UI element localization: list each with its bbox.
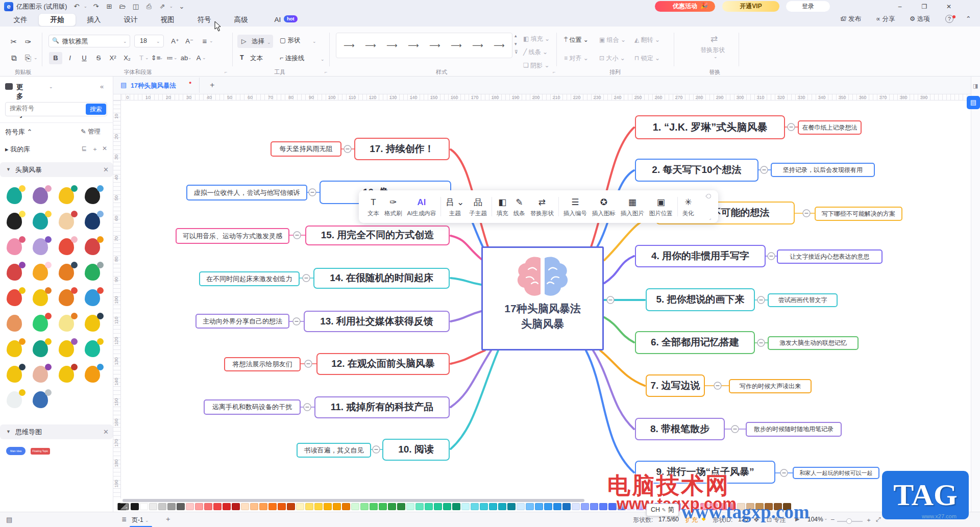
- palette-swatch[interactable]: [590, 503, 598, 510]
- palette-swatch[interactable]: [553, 503, 561, 510]
- symbol-thumbnail[interactable]: [57, 363, 78, 385]
- zoom-dropdown-icon[interactable]: ⌄: [824, 516, 828, 521]
- mindmap-subtopic[interactable]: 散步的时候随时随地用笔记录: [746, 422, 842, 437]
- palette-swatch[interactable]: [517, 503, 525, 510]
- strikethrough-button[interactable]: S: [92, 52, 105, 64]
- collapse-ribbon-button[interactable]: ⌃: [966, 15, 971, 22]
- increase-font-button[interactable]: A⁺: [168, 35, 182, 47]
- list-dropdown-icon[interactable]: ⌄: [174, 55, 178, 60]
- zoom-in-button[interactable]: ＋: [866, 516, 872, 524]
- mindmap-topic[interactable]: 15. 用完全不同的方式创造: [305, 225, 450, 245]
- vip-button[interactable]: 开通VIP: [722, 1, 779, 12]
- palette-swatch[interactable]: [305, 503, 313, 510]
- symbol-thumbnail[interactable]: [57, 338, 78, 359]
- quickaccess-redo-button[interactable]: ↷: [90, 2, 102, 12]
- symbol-thumbnail[interactable]: [5, 389, 26, 410]
- toolbar-插入编号-button[interactable]: ☰插入编号: [561, 196, 590, 217]
- decrease-font-button[interactable]: A⁻: [183, 35, 196, 47]
- publish-button[interactable]: 🖅 发布: [840, 15, 861, 23]
- palette-swatch[interactable]: [232, 503, 240, 510]
- sidebar-collapse-icon[interactable]: «: [100, 83, 104, 90]
- my-library-action-icon-0[interactable]: ⊑: [82, 145, 87, 152]
- toolbar-填充-button[interactable]: ◧填充: [494, 196, 511, 217]
- palette-swatch[interactable]: [498, 503, 506, 510]
- palette-swatch[interactable]: [287, 503, 295, 510]
- symbol-thumbnail[interactable]: [83, 261, 104, 283]
- share-button[interactable]: ∝ 分享: [876, 15, 895, 23]
- palette-swatch[interactable]: [167, 503, 176, 510]
- symbol-thumbnail[interactable]: [83, 210, 104, 232]
- palette-swatch[interactable]: [324, 503, 332, 510]
- subscript-button[interactable]: X₂: [120, 52, 134, 64]
- format-painter-button[interactable]: ✑: [21, 36, 35, 48]
- copy-button[interactable]: ⧉: [7, 52, 20, 64]
- zoom-out-button[interactable]: –: [831, 516, 835, 523]
- palette-swatch[interactable]: [360, 503, 369, 510]
- palette-swatch[interactable]: [186, 503, 194, 510]
- document-tab-title[interactable]: 17种头脑风暴法: [131, 82, 176, 90]
- palette-swatch[interactable]: [278, 503, 286, 510]
- add-document-tab-button[interactable]: ＋: [208, 80, 216, 90]
- section-header-brainstorm[interactable]: ▼头脑风暴✕: [0, 162, 113, 177]
- zoom-slider-knob[interactable]: [846, 518, 852, 524]
- palette-swatch[interactable]: [581, 503, 589, 510]
- symbol-thumbnail[interactable]: [31, 363, 52, 385]
- palette-swatch[interactable]: [608, 503, 617, 510]
- toolbar-resize-icon[interactable]: ⌟: [709, 215, 711, 220]
- palette-swatch[interactable]: [544, 503, 552, 510]
- palette-swatch[interactable]: [149, 503, 157, 510]
- palette-swatch[interactable]: [204, 503, 212, 510]
- palette-swatch[interactable]: [223, 503, 231, 510]
- connector-tool-button[interactable]: ⌐ 连接线: [280, 54, 304, 63]
- palette-swatch[interactable]: [443, 503, 451, 510]
- mindmap-subtopic[interactable]: 坚持记录，以后会发现很有用: [771, 163, 875, 177]
- manage-libraries-button[interactable]: ✎ 管理: [81, 128, 101, 136]
- symbol-thumbnail[interactable]: [31, 389, 52, 410]
- palette-swatch[interactable]: [388, 503, 396, 510]
- palette-swatch[interactable]: [535, 503, 543, 510]
- palette-swatch[interactable]: [241, 503, 249, 510]
- palette-swatch[interactable]: [342, 503, 350, 510]
- arrange-位置-button[interactable]: ⍑ 位置 ⌄: [564, 36, 589, 44]
- palette-swatch[interactable]: [415, 503, 424, 510]
- mindmap-topic[interactable]: 4. 用你的非惯用手写字: [635, 245, 766, 267]
- menu-tab-插入[interactable]: 插入: [76, 14, 112, 26]
- toolbar-线条-button[interactable]: ✎线条: [511, 196, 528, 217]
- symbol-thumbnail[interactable]: [83, 185, 104, 206]
- mindmap-central-topic[interactable]: 17种头脑风暴法 头脑风暴: [481, 246, 604, 350]
- toolbar-格式刷-button[interactable]: ✑格式刷: [382, 196, 405, 217]
- symbol-thumbnail[interactable]: [5, 312, 26, 334]
- style-arrow-sample[interactable]: ⟶: [386, 41, 398, 50]
- symbol-thumbnail[interactable]: [83, 338, 104, 359]
- style-arrow-sample[interactable]: ⟶: [408, 41, 419, 50]
- shape-tool-button[interactable]: ▢ 形状: [280, 36, 300, 45]
- palette-swatch[interactable]: [397, 503, 405, 510]
- fit-window-icon[interactable]: ⤢: [876, 516, 881, 523]
- font-color-dropdown-icon[interactable]: ⌄: [202, 55, 206, 60]
- style-panel-icon[interactable]: ◨: [973, 83, 978, 89]
- symbol-thumbnail[interactable]: [5, 185, 26, 206]
- mindmap-subtopic[interactable]: 激发大脑生动的联想记忆: [768, 336, 859, 350]
- symbol-thumbnail[interactable]: [31, 236, 52, 257]
- select-dropdown-icon[interactable]: ⌄: [267, 36, 271, 49]
- mindmap-subtopic[interactable]: 虚拟一位收件人，尝试与他写信倾诉: [186, 185, 307, 200]
- replace-shape-button[interactable]: ⇄替换形状⌄: [695, 33, 736, 62]
- palette-swatch[interactable]: [158, 503, 166, 510]
- symbol-thumbnail[interactable]: [31, 185, 52, 206]
- symbol-thumbnail[interactable]: [57, 287, 78, 308]
- mindmap-subtopic[interactable]: 写作的时候大声读出来: [729, 379, 812, 393]
- italic-button[interactable]: I: [63, 52, 77, 64]
- symbol-thumbnail[interactable]: [5, 363, 26, 385]
- symbol-thumbnail[interactable]: [57, 185, 78, 206]
- section-close-icon[interactable]: ✕: [103, 424, 109, 439]
- maximize-button[interactable]: ❐: [917, 1, 932, 12]
- mindmap-subtopic[interactable]: 在餐巾纸上记录想法: [798, 120, 862, 135]
- style-arrow-sample[interactable]: ⟶: [365, 41, 376, 50]
- symbol-thumbnail[interactable]: [5, 210, 26, 232]
- page-list-icon[interactable]: ≣: [121, 516, 127, 523]
- cut-button[interactable]: ✂: [7, 36, 20, 48]
- arrange-锁定-button[interactable]: ⊓ 锁定 ⌄: [634, 54, 660, 63]
- paste-button[interactable]: ⎘: [21, 52, 35, 64]
- palette-swatch[interactable]: [471, 503, 479, 510]
- mindmap-topic[interactable]: 6. 全部都用记忆搭建: [635, 331, 755, 354]
